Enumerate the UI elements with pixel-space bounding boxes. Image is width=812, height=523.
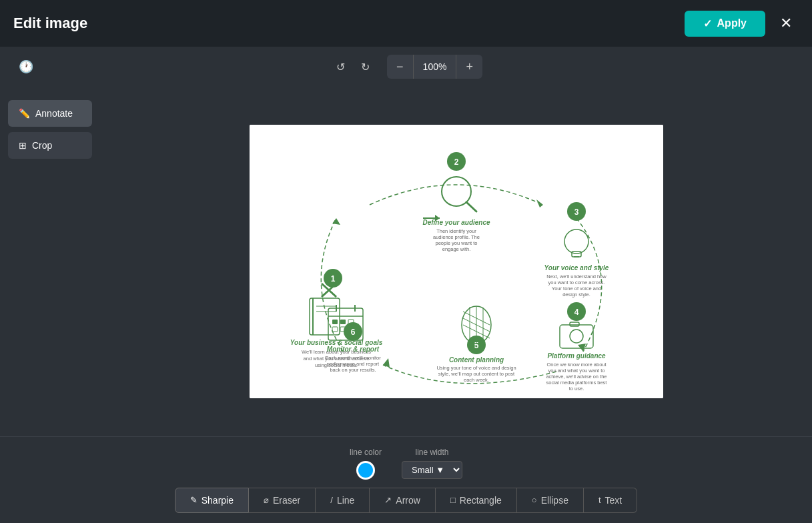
- line-options: line color line width Small ▼ Medium Lar…: [350, 448, 462, 480]
- svg-text:social media platforms best: social media platforms best: [546, 380, 607, 386]
- svg-text:2: 2: [454, 157, 458, 167]
- page-title: Edit image: [13, 15, 87, 32]
- crop-icon: ⊞: [19, 140, 27, 151]
- svg-text:Monitor & report: Monitor & report: [326, 346, 379, 353]
- canvas-area: 1 Your business & social goals We'll lea…: [100, 87, 812, 436]
- svg-text:Next, we'll understand how: Next, we'll understand how: [546, 274, 606, 280]
- redo-icon: ↻: [361, 61, 370, 73]
- undo-button[interactable]: ↺: [330, 57, 352, 77]
- side-panel: ✏️ Annotate ⊞ Crop: [0, 87, 100, 436]
- rectangle-label: Rectangle: [460, 495, 502, 506]
- line-color-group: line color: [350, 448, 382, 480]
- line-width-label: line width: [416, 448, 449, 457]
- svg-text:engage with.: engage with.: [442, 246, 470, 252]
- header: Edit image ✓ Apply ✕: [0, 0, 812, 47]
- arrow-label: Arrow: [396, 495, 420, 506]
- zoom-in-button[interactable]: +: [456, 55, 482, 79]
- line-label: Line: [337, 495, 354, 506]
- close-icon: ✕: [780, 15, 792, 31]
- svg-text:back on your results.: back on your results.: [330, 367, 376, 373]
- svg-text:6: 6: [350, 328, 355, 337]
- checkmark-icon: ✓: [703, 17, 712, 30]
- history-icon: 🕐: [19, 60, 33, 73]
- undo-icon: ↺: [336, 61, 345, 73]
- apply-button[interactable]: ✓ Apply: [685, 11, 765, 37]
- svg-text:to use.: to use.: [568, 386, 584, 392]
- svg-text:Then identify your: Then identify your: [436, 228, 476, 234]
- eraser-icon: ⌀: [264, 495, 269, 505]
- svg-text:Each month we'll monitor: Each month we'll monitor: [325, 355, 381, 361]
- svg-text:Your voice and style: Your voice and style: [544, 264, 608, 272]
- text-icon: t: [598, 495, 601, 505]
- eraser-label: Eraser: [273, 495, 300, 506]
- undo-redo-group: ↺ ↻: [330, 57, 376, 77]
- svg-text:you want to come across.: you want to come across.: [548, 280, 604, 286]
- infographic-svg: 1 Your business & social goals We'll lea…: [250, 125, 663, 398]
- line-width-select[interactable]: Small ▼ Medium Large: [402, 461, 462, 479]
- color-picker[interactable]: [356, 461, 375, 480]
- line-width-group: line width Small ▼ Medium Large: [402, 448, 462, 479]
- sharpie-label: Sharpie: [201, 495, 234, 506]
- bottom-toolbar: line color line width Small ▼ Medium Lar…: [0, 436, 812, 523]
- zoom-out-button[interactable]: −: [387, 55, 413, 79]
- svg-text:Content planning: Content planning: [448, 356, 503, 364]
- line-icon: /: [330, 495, 333, 505]
- svg-text:4: 4: [574, 308, 578, 317]
- svg-text:people you want to: people you want to: [435, 240, 477, 246]
- annotate-button[interactable]: ✏️ Annotate: [8, 100, 92, 127]
- svg-text:Once we know more about: Once we know more about: [546, 362, 606, 368]
- rectangle-icon: □: [450, 495, 456, 505]
- arrow-icon: ↗: [384, 495, 392, 505]
- history-button[interactable]: 🕐: [13, 55, 39, 78]
- zoom-controls: − 100% +: [387, 55, 482, 79]
- svg-text:style, we'll map out content t: style, we'll map out content to post: [438, 371, 514, 377]
- crop-button[interactable]: ⊞ Crop: [8, 132, 92, 159]
- svg-text:Platform guidance: Platform guidance: [547, 352, 606, 360]
- ellipse-label: Ellipse: [541, 495, 568, 506]
- text-label: Text: [605, 495, 623, 506]
- svg-text:1: 1: [330, 274, 335, 284]
- svg-text:3: 3: [574, 207, 578, 217]
- zoom-out-icon: −: [396, 60, 404, 73]
- svg-text:Define your audience: Define your audience: [422, 219, 490, 226]
- header-actions: ✓ Apply ✕: [685, 11, 799, 37]
- svg-text:each week.: each week.: [464, 377, 489, 383]
- annotate-icon: ✏️: [19, 108, 30, 119]
- toolbar-row: 🕐 ↺ ↻ − 100% +: [0, 47, 812, 87]
- zoom-value: 100%: [413, 55, 457, 79]
- main-area: ✏️ Annotate ⊞ Crop: [0, 87, 812, 436]
- tool-tabs: ✎Sharpie⌀Eraser/Line↗Arrow□Rectangle○Ell…: [175, 488, 637, 513]
- svg-text:audience profile. The: audience profile. The: [433, 234, 480, 240]
- tool-tab-rectangle[interactable]: □Rectangle: [436, 488, 517, 513]
- close-button[interactable]: ✕: [773, 11, 799, 36]
- redo-button[interactable]: ↻: [354, 57, 376, 77]
- zoom-in-icon: +: [466, 60, 473, 73]
- tool-tab-line[interactable]: /Line: [316, 488, 370, 513]
- line-color-label: line color: [350, 448, 382, 457]
- svg-text:you and what you want to: you and what you want to: [548, 368, 604, 374]
- tool-tab-arrow[interactable]: ↗Arrow: [370, 488, 436, 513]
- tool-tab-sharpie[interactable]: ✎Sharpie: [175, 488, 249, 513]
- svg-text:achieve, we'll advise on the: achieve, we'll advise on the: [546, 374, 606, 380]
- ellipse-icon: ○: [532, 495, 537, 505]
- svg-text:Using your tone of voice and d: Using your tone of voice and design: [436, 365, 516, 371]
- tool-tab-text[interactable]: tText: [584, 488, 637, 513]
- svg-rect-68: [332, 320, 338, 324]
- svg-text:Your tone of voice and: Your tone of voice and: [551, 286, 600, 292]
- svg-text:performance and report: performance and report: [326, 361, 379, 367]
- sharpie-icon: ✎: [190, 495, 197, 505]
- svg-rect-69: [340, 320, 346, 324]
- tool-tab-eraser[interactable]: ⌀Eraser: [249, 488, 316, 513]
- tool-tab-ellipse[interactable]: ○Ellipse: [517, 488, 584, 513]
- svg-text:design style.: design style.: [562, 292, 590, 298]
- image-canvas: 1 Your business & social goals We'll lea…: [250, 125, 663, 398]
